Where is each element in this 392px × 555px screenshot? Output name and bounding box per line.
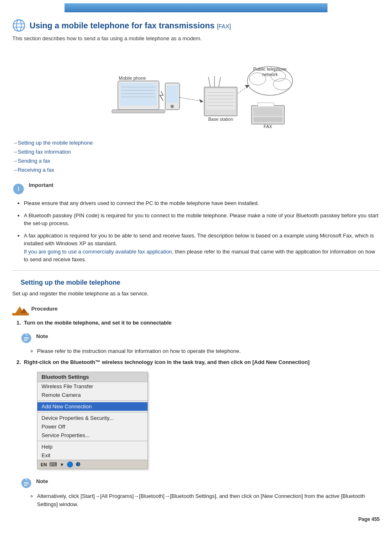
svg-rect-5 xyxy=(120,83,157,106)
nav-link-setup[interactable]: →Setting up the mobile telephone xyxy=(12,138,380,147)
svg-text:✎: ✎ xyxy=(25,477,28,482)
svg-rect-50 xyxy=(24,340,27,341)
svg-rect-12 xyxy=(167,85,178,103)
note-2-bullets: Alternatively, click [Start]→[All Progra… xyxy=(12,492,380,508)
svg-rect-6 xyxy=(112,110,165,113)
svg-point-0 xyxy=(13,20,25,31)
svg-rect-49 xyxy=(24,339,29,339)
svg-line-23 xyxy=(219,77,221,87)
step-1-number: 1. xyxy=(16,320,21,326)
note-label-1: Note xyxy=(36,333,48,339)
page-number: Page 455 xyxy=(358,516,380,522)
svg-point-27 xyxy=(273,78,291,90)
svg-text:!: ! xyxy=(18,186,20,192)
svg-rect-31 xyxy=(258,103,274,107)
svg-rect-55 xyxy=(24,485,27,486)
step-2: 2. Right-click on the Bluetooth™ wireles… xyxy=(12,359,380,365)
nav-link-sending[interactable]: →Sending a fax xyxy=(12,157,380,166)
step-1-text: Turn on the mobile telephone, and set it… xyxy=(24,320,171,326)
menu-item-help[interactable]: Help xyxy=(37,442,148,451)
svg-rect-30 xyxy=(254,117,282,122)
nav-link-fax-info[interactable]: →Setting fax information xyxy=(12,147,380,157)
menu-item-exit[interactable]: Exit xyxy=(37,451,148,460)
important-bullet-2: A Bluetooth passkey (PIN code) is requir… xyxy=(24,212,380,228)
svg-text:Base station: Base station xyxy=(208,117,233,122)
menu-sep-3 xyxy=(37,441,148,441)
taskbar-icon-keyboard: ⌨ xyxy=(49,461,57,467)
step-1: 1. Turn on the mobile telephone, and set… xyxy=(12,320,380,326)
svg-text:Public telephone: Public telephone xyxy=(253,67,286,71)
menu-sep-1 xyxy=(37,401,148,401)
menu-item-add-connection[interactable]: Add New Connection xyxy=(37,402,148,411)
note-box-2: ✎ Note xyxy=(12,477,380,489)
main-title-row: Using a mobile telephone for fax transmi… xyxy=(12,19,380,32)
menu-item-device-props[interactable]: Device Properties & Security... xyxy=(37,414,148,422)
svg-rect-29 xyxy=(254,108,282,116)
taskbar-en: EN xyxy=(41,462,47,467)
menu-item-wireless[interactable]: Wireless File Transfer xyxy=(37,382,148,391)
svg-text:Mobile phone: Mobile phone xyxy=(119,76,146,81)
taskbar-icon-bt1: 🔵 xyxy=(67,461,73,467)
important-bullets: Please ensure that any drivers used to c… xyxy=(12,199,380,264)
step-2-text: Right-click on the Bluetooth™ wireless t… xyxy=(24,359,309,365)
svg-marker-33 xyxy=(199,99,203,103)
svg-point-1 xyxy=(16,20,21,31)
menu-item-service-props[interactable]: Service Properties... xyxy=(37,431,148,440)
diagram-svg: Mobile phone Base station Public telepho… xyxy=(93,48,299,130)
important-label: Important xyxy=(29,182,53,188)
svg-point-13 xyxy=(171,105,174,108)
taskbar-icon-arrow: ▼ xyxy=(60,462,64,467)
menu-item-power-off[interactable]: Power Off xyxy=(37,422,148,431)
section-divider xyxy=(12,270,380,271)
bottom-note: ✎ Note Alternatively, click [Start]→[All… xyxy=(12,477,380,508)
note-1-bullet-1: Please refer to the instruction manual f… xyxy=(37,347,380,355)
svg-rect-45 xyxy=(12,313,29,315)
note-1-bullets: Please refer to the instruction manual f… xyxy=(12,347,380,355)
page-footer: Page 455 xyxy=(12,512,380,522)
svg-text:FAX: FAX xyxy=(264,124,272,129)
important-bullet-3: A fax application is required for you to… xyxy=(24,232,380,264)
subtitle: This section describes how to send a fax… xyxy=(12,35,380,41)
section1-desc: Set up and register the mobile telephone… xyxy=(12,290,380,297)
nav-links: →Setting up the mobile telephone →Settin… xyxy=(12,138,380,175)
context-menu-wrapper: Bluetooth Settings Wireless File Transfe… xyxy=(12,372,380,469)
fax-app-link[interactable]: If you are going to use a commercially a… xyxy=(24,249,173,255)
svg-rect-54 xyxy=(24,484,29,485)
svg-rect-48 xyxy=(24,337,29,338)
svg-marker-35 xyxy=(245,85,249,88)
svg-rect-53 xyxy=(24,482,29,483)
procedure-icon xyxy=(12,304,27,315)
procedure-label: Procedure xyxy=(31,306,58,312)
important-icon: ! xyxy=(12,183,25,195)
svg-text:network: network xyxy=(262,72,278,77)
menu-sep-2 xyxy=(37,412,148,412)
note-2-bullet-1: Alternatively, click [Start]→[All Progra… xyxy=(37,492,380,508)
note-icon-2: ✎ xyxy=(21,477,32,489)
svg-text:✎: ✎ xyxy=(25,332,28,337)
procedure-box: Procedure xyxy=(12,304,380,315)
page-title: Using a mobile telephone for fax transmi… xyxy=(30,21,231,30)
taskbar-icon-bt2: ❸ xyxy=(76,461,81,467)
diagram-area: Mobile phone Base station Public telepho… xyxy=(12,48,380,130)
title-icon xyxy=(12,19,25,32)
section1-heading: Setting up the mobile telephone xyxy=(12,279,380,286)
nav-link-receiving[interactable]: →Receiving a fax xyxy=(12,166,380,175)
note-icon-1: ✎ xyxy=(21,332,32,344)
note-box-1: ✎ Note xyxy=(12,332,380,344)
step-2-number: 2. xyxy=(16,359,21,365)
important-bullet-1: Please ensure that any drivers used to c… xyxy=(24,199,380,207)
note-label-2: Note xyxy=(36,478,48,484)
menu-item-camera[interactable]: Remote Camera xyxy=(37,391,148,399)
menu-taskbar: EN ⌨ ▼ 🔵 ❸ xyxy=(37,460,148,469)
important-box: ! Important xyxy=(12,182,380,195)
menu-header: Bluetooth Settings xyxy=(37,372,148,382)
svg-line-21 xyxy=(208,77,210,87)
context-menu: Bluetooth Settings Wireless File Transfe… xyxy=(37,372,148,469)
top-bar xyxy=(65,3,327,12)
